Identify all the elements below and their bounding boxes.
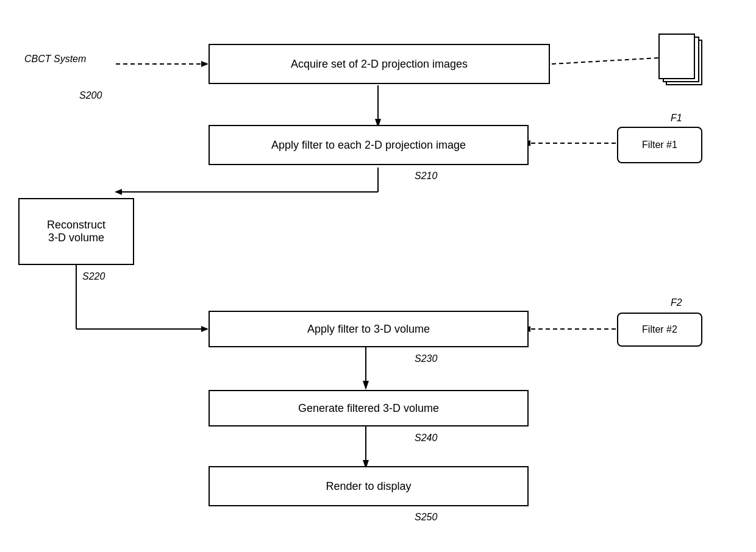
s230-label: S230 bbox=[415, 353, 437, 364]
svg-marker-1 bbox=[201, 61, 209, 67]
svg-line-18 bbox=[552, 58, 658, 64]
reconstruct-box: Reconstruct 3-D volume bbox=[18, 198, 134, 265]
apply-filter-2d-box: Apply filter to each 2-D projection imag… bbox=[209, 125, 529, 165]
s250-label: S250 bbox=[415, 512, 437, 523]
f1-label: F1 bbox=[671, 113, 682, 124]
cbct-system-label: CBCT System bbox=[24, 54, 86, 65]
apply-filter-3d-box: Apply filter to 3-D volume bbox=[209, 311, 529, 347]
filter2-box: Filter #2 bbox=[617, 313, 702, 347]
s210-label: S210 bbox=[415, 171, 437, 182]
s220-label: S220 bbox=[82, 271, 105, 282]
f2-label: F2 bbox=[671, 297, 682, 308]
diagram-container: CBCT System Acquire set of 2-D projectio… bbox=[0, 0, 756, 552]
generate-filtered-box: Generate filtered 3-D volume bbox=[209, 390, 529, 426]
render-box: Render to display bbox=[209, 466, 529, 506]
svg-marker-15 bbox=[363, 381, 369, 390]
filter1-box: Filter #1 bbox=[617, 127, 702, 163]
s200-label: S200 bbox=[79, 90, 102, 101]
svg-marker-8 bbox=[115, 189, 122, 195]
svg-marker-11 bbox=[201, 326, 209, 332]
s240-label: S240 bbox=[415, 433, 437, 444]
acquire-box: Acquire set of 2-D projection images bbox=[209, 44, 550, 84]
